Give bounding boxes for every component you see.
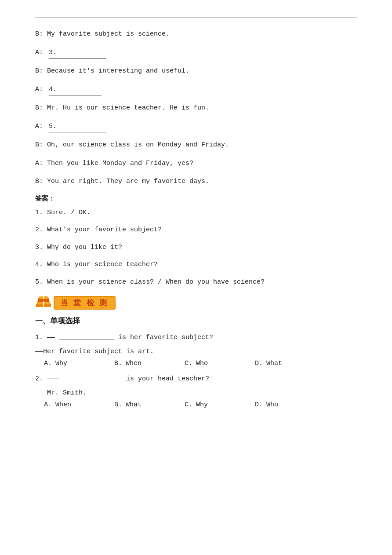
q1-opt-b-text: When bbox=[126, 360, 142, 367]
q2-line1: 2. ——— _______________ is your head teac… bbox=[35, 373, 357, 385]
text-b5: You are right. They are my favorite days… bbox=[47, 178, 209, 185]
answer-3: 3. Why do you like it? bbox=[35, 242, 357, 253]
answer-5: 5. When is your science class? / When do… bbox=[35, 277, 357, 288]
dialog-line-1: B: My favorite subject is science. bbox=[35, 29, 357, 40]
q1-opt-d-letter: D. bbox=[255, 360, 263, 367]
book-icon bbox=[35, 296, 52, 310]
dialog-line-3: B: Because it's interesting and useful. bbox=[35, 66, 357, 77]
q1-line2: ——Her favorite subject is art. bbox=[35, 346, 357, 358]
speaker-a2: A: bbox=[35, 86, 43, 93]
q1-options: A. Why B. When C. Who D. What bbox=[35, 360, 357, 367]
q2-options: A. When B. What C. Why D. Who bbox=[35, 401, 357, 409]
q1-opt-c-letter: C. bbox=[185, 360, 192, 367]
text-b1: My favorite subject is science. bbox=[47, 30, 170, 38]
q2-option-a: A. When bbox=[44, 401, 114, 409]
dialog-line-7: B: Oh, our science class is on Monday an… bbox=[35, 139, 357, 151]
dialog-line-2: A: 3. bbox=[35, 47, 357, 59]
dialog-line-4: A: 4. bbox=[35, 84, 357, 96]
q2-opt-d-text: Who bbox=[266, 401, 278, 409]
q1-option-b: B. When bbox=[114, 360, 185, 367]
answers-title: 答案： bbox=[35, 194, 357, 203]
blank-3: 3. bbox=[49, 47, 106, 59]
q2-opt-c-letter: C. bbox=[185, 401, 192, 409]
q1-opt-b-letter: B. bbox=[114, 360, 122, 367]
q2-opt-b-text: What bbox=[126, 401, 142, 409]
q2-line2: —— Mr. Smith. bbox=[35, 387, 357, 399]
text-b2: Because it's interesting and useful. bbox=[47, 67, 189, 75]
question-1: 1. —— ______________ is her favorite sub… bbox=[35, 332, 357, 367]
q1-option-d: D. What bbox=[255, 360, 325, 367]
q2-option-c: C. Why bbox=[185, 401, 255, 409]
answer-2: 2. What's your favorite subject? bbox=[35, 224, 357, 236]
speaker-a4: A: bbox=[35, 160, 43, 167]
badge-label: 当 堂 检 测 bbox=[54, 296, 116, 310]
question-2: 2. ——— _______________ is your head teac… bbox=[35, 373, 357, 409]
text-b3: Mr. Hu is our science teacher. He is fun… bbox=[47, 104, 209, 112]
dialog-section: B: My favorite subject is science. A: 3.… bbox=[35, 29, 357, 187]
q1-option-c: C. Who bbox=[185, 360, 255, 367]
speaker-a3: A: bbox=[35, 123, 43, 130]
speaker-b1: B: bbox=[35, 30, 43, 38]
blank-5: 5. bbox=[49, 121, 106, 133]
blank-4: 4. bbox=[49, 84, 102, 96]
q2-option-d: D. Who bbox=[255, 401, 325, 409]
q2-opt-a-text: When bbox=[55, 401, 71, 409]
q2-option-b: B. What bbox=[114, 401, 185, 409]
speaker-b5: B: bbox=[35, 178, 43, 185]
speaker-a1: A: bbox=[35, 49, 43, 56]
text-b4: Oh, our science class is on Monday and F… bbox=[47, 141, 229, 149]
q1-opt-c-text: Who bbox=[196, 360, 208, 367]
q1-option-a: A. Why bbox=[44, 360, 114, 367]
dialog-line-8: A: Then you like Monday and Friday, yes? bbox=[35, 158, 357, 169]
q2-opt-a-letter: A. bbox=[44, 401, 52, 409]
q1-opt-a-letter: A. bbox=[44, 360, 52, 367]
answer-1: 1. Sure. / OK. bbox=[35, 207, 357, 219]
page: B: My favorite subject is science. A: 3.… bbox=[0, 0, 392, 555]
badge-container: 当 堂 检 测 bbox=[35, 296, 357, 310]
dialog-line-6: A: 5. bbox=[35, 121, 357, 133]
q1-opt-a-text: Why bbox=[55, 360, 67, 367]
speaker-b2: B: bbox=[35, 67, 43, 75]
q1-line1: 1. —— ______________ is her favorite sub… bbox=[35, 332, 357, 343]
answers-section: 答案： 1. Sure. / OK. 2. What's your favori… bbox=[35, 194, 357, 288]
q2-opt-d-letter: D. bbox=[255, 401, 263, 409]
dialog-line-5: B: Mr. Hu is our science teacher. He is … bbox=[35, 102, 357, 114]
questions-section: 1. —— ______________ is her favorite sub… bbox=[35, 332, 357, 409]
section-title: 一、单项选择 bbox=[35, 316, 357, 326]
speaker-b4: B: bbox=[35, 141, 43, 149]
q2-opt-b-letter: B. bbox=[114, 401, 122, 409]
q1-opt-d-text: What bbox=[266, 360, 282, 367]
q2-opt-c-text: Why bbox=[196, 401, 208, 409]
speaker-b3: B: bbox=[35, 104, 43, 112]
answer-4: 4. Who is your science teacher? bbox=[35, 259, 357, 270]
top-divider bbox=[35, 18, 357, 18]
text-a4: Then you like Monday and Friday, yes? bbox=[47, 160, 193, 167]
dialog-line-9: B: You are right. They are my favorite d… bbox=[35, 176, 357, 187]
